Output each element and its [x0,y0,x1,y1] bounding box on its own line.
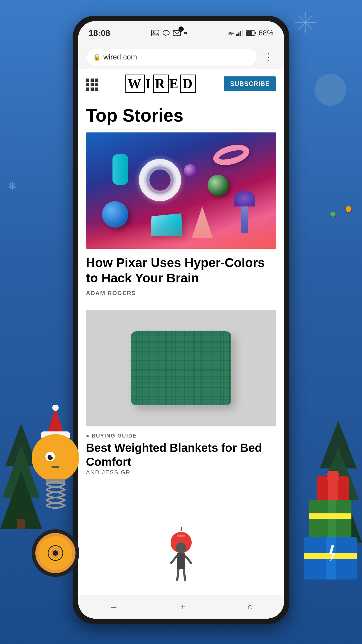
santa-robot-character [9,405,102,578]
article-card-2[interactable]: ● BUYING GUIDE Best Weighted Blankets fo… [86,310,276,476]
svg-point-19 [163,30,169,35]
browser-bar[interactable]: 🔒 wired.com ⋮ [78,45,284,69]
svg-line-61 [171,556,177,564]
svg-point-36 [51,455,53,457]
gifts-decoration [296,463,362,596]
notification-dot [184,32,187,34]
svg-rect-60 [177,553,185,569]
shape-sphere-green [208,175,229,196]
svg-rect-23 [236,34,238,36]
snowflake-small: ❄ [8,180,17,192]
svg-marker-7 [313,22,316,23]
svg-rect-17 [152,30,159,36]
top-stories-section: Top Stories [78,98,284,476]
blanket-shape [131,331,231,405]
shape-sphere-small [184,164,197,177]
ornament-orange-1 [346,206,351,212]
shape-ring-inner [144,164,176,196]
battery-icon [246,30,256,36]
svg-line-63 [177,569,178,581]
wired-website: W I R E D SUBSCRIBE Top Stories [78,69,284,595]
status-right: 4G+ 68% [228,29,273,37]
signal-icon [236,30,244,36]
image-status-icon [151,30,159,36]
svg-rect-24 [238,33,239,36]
wired-logo[interactable]: W I R E D [125,75,197,93]
home-button[interactable]: ○ [239,599,261,615]
hamburger-menu-icon[interactable] [86,79,98,89]
svg-line-62 [185,556,192,564]
url-bar[interactable]: 🔒 wired.com [86,49,257,65]
svg-rect-37 [51,466,59,468]
browser-menu-button[interactable]: ⋮ [261,49,276,65]
shape-cylinder [112,154,128,185]
article-2-author: AND JESS GR [86,469,276,476]
lock-icon: 🔒 [93,53,101,61]
shape-pink-torus [211,141,251,169]
article-image-2 [86,310,276,426]
svg-point-18 [153,31,154,33]
svg-rect-25 [240,31,241,36]
ornament-green-1 [330,211,336,217]
article-1-title: How Pixar Uses Hyper-Colors to Hack Your… [86,255,276,286]
svg-point-32 [52,405,59,411]
network-icon: 4G+ [228,30,234,36]
message-status-icon [162,30,170,36]
camera-notch [178,26,184,32]
article-2-title: Best Weighted Blankets for Bed Comfort [86,441,276,469]
svg-rect-28 [255,32,256,34]
svg-point-47 [177,535,185,537]
article-1-author: ADAM ROGERS [86,290,276,297]
bottom-character-figure [168,540,194,583]
blanket-visual [86,310,276,426]
svg-line-64 [184,569,185,581]
top-stories-title: Top Stories [86,106,276,124]
section-divider [86,130,276,130]
scene-floor [86,222,276,249]
svg-marker-5 [304,30,306,33]
url-text[interactable]: wired.com [104,53,137,61]
article-image-1 [86,132,276,249]
svg-point-8 [304,21,307,24]
status-time: 18:08 [89,28,110,38]
article-card-1[interactable]: How Pixar Uses Hyper-Colors to Hack Your… [86,132,276,302]
svg-point-59 [176,542,186,553]
snowflake-decoration [293,11,317,35]
article-1-divider [86,302,276,302]
article-2-tag: ● BUYING GUIDE [86,433,276,439]
svg-marker-4 [304,12,306,15]
new-tab-button[interactable]: + [172,599,194,615]
wired-navbar: W I R E D SUBSCRIBE [78,69,284,98]
svg-text:4G+: 4G+ [228,31,234,35]
battery-percentage: 68% [258,29,273,37]
status-bar: 18:08 4G+ [78,21,284,45]
subscribe-button[interactable]: SUBSCRIBE [224,76,276,91]
svg-rect-26 [242,30,243,36]
svg-point-33 [32,434,79,482]
mushroom-cap [234,191,255,206]
svg-marker-6 [295,22,297,23]
3d-scene [86,132,276,249]
svg-point-44 [53,550,58,556]
browser-bottom-nav: → + ○ [78,595,284,619]
svg-rect-29 [246,31,252,35]
back-button[interactable]: → [101,599,126,615]
svg-rect-54 [309,513,351,519]
moon-decoration [314,74,346,106]
